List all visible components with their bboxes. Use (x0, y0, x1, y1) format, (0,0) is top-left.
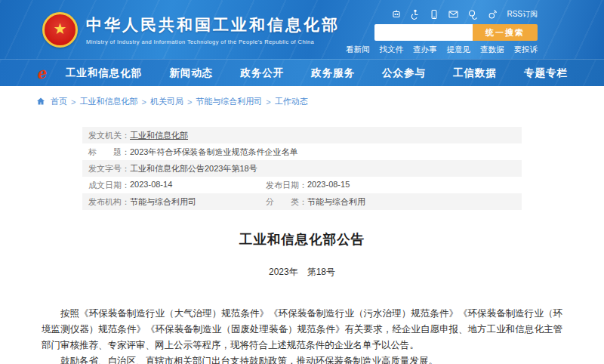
article-paragraph: 鼓励各省、自治区、直辖市相关部门出台支持鼓励政策，推动环保装备制造业高质量发展。 (42, 353, 562, 364)
breadcrumb-separator: > (141, 97, 146, 106)
mail-icon[interactable] (448, 9, 459, 20)
meta-value-category: 节能与综合利用 (307, 196, 365, 208)
breadcrumb-miit[interactable]: 工业和信息化部 (79, 96, 137, 107)
meta-value-issuing-authority[interactable]: 工业和信息化部 (130, 130, 188, 141)
quick-links: 看新闻 找文件 查办事 提意见 查数据 要投诉 (346, 45, 538, 55)
nav-item-special-topics[interactable]: 专题专栏 (524, 66, 568, 80)
article-paragraph: 按照《环保装备制造行业（大气治理）规范条件》《环保装备制造行业（污水治理）规范条… (42, 306, 562, 353)
meta-row-publisher: 发布机构： 节能与综合利用司 分 类： 节能与综合利用 (82, 193, 522, 210)
breadcrumb-work-updates[interactable]: 工作动态 (275, 96, 308, 107)
weibo-icon[interactable] (487, 9, 498, 20)
breadcrumb-separator: > (71, 97, 76, 106)
quick-link-data[interactable]: 查数据 (480, 45, 504, 55)
search-bar: 统一搜索 (374, 24, 538, 41)
rss-link[interactable]: RSS订阅 (507, 9, 538, 20)
breadcrumb-separator: > (187, 97, 192, 106)
meta-label: 发布机构： (88, 196, 130, 208)
search-button[interactable]: 统一搜索 (473, 24, 538, 41)
document-meta-table: 发文机关： 工业和信息化部 标 题： 2023年符合环保装备制造业规范条件企业名… (82, 127, 522, 210)
nav-item-participation[interactable]: 公众参与 (382, 66, 426, 80)
mobile-icon[interactable] (429, 9, 439, 20)
quick-link-suggest[interactable]: 提意见 (447, 45, 471, 55)
main-nav: e 工业和信息化部 新闻动态 政务公开 政务服务 公众参与 工信数据 专题专栏 (0, 59, 604, 86)
header-icon-row: RSS订阅 (391, 8, 538, 20)
article-doc-number: 2023年 第18号 (0, 266, 604, 279)
breadcrumb-energy-dept[interactable]: 节能与综合利用司 (196, 96, 262, 107)
page-content: 首页 > 工业和信息化部 > 机关司局 > 节能与综合利用司 > 工作动态 发文… (0, 86, 604, 364)
breadcrumb-separator: > (266, 97, 270, 106)
meta-value-publish-date: 2023-08-15 (307, 180, 350, 191)
site-title: 中华人民共和国工业和信息化部 (86, 14, 340, 35)
quick-link-news[interactable]: 看新闻 (346, 45, 370, 55)
site-brand: ★ 中华人民共和国工业和信息化部 Ministry of Industry an… (42, 12, 340, 48)
meta-label: 分 类： (266, 196, 307, 208)
breadcrumb-departments[interactable]: 机关司局 (150, 96, 183, 107)
robot-qa-icon[interactable] (391, 9, 402, 20)
meta-row-doc-number: 发文字号： 工业和信息化部公告2023年第18号 (82, 160, 522, 177)
emblem-star: ★ (54, 21, 67, 36)
meta-value-written-date: 2023-08-14 (130, 180, 172, 191)
wechat-icon[interactable] (467, 9, 479, 20)
accessibility-icon[interactable] (410, 9, 421, 20)
quick-link-docs[interactable]: 找文件 (380, 45, 404, 55)
meta-label: 发布日期： (266, 180, 307, 191)
nav-item-gov-services[interactable]: 政务服务 (311, 66, 355, 80)
nav-item-gov-disclosure[interactable]: 政务公开 (240, 66, 284, 80)
meta-label: 成文日期： (88, 180, 130, 191)
meta-value-title: 2023年符合环保装备制造业规范条件企业名单 (130, 147, 297, 158)
nav-item-news[interactable]: 新闻动态 (169, 66, 213, 80)
nav-item-miit[interactable]: 工业和信息化部 (66, 66, 143, 80)
article-body: 按照《环保装备制造行业（大气治理）规范条件》《环保装备制造行业（污水治理）规范条… (42, 306, 562, 364)
meta-row-title: 标 题： 2023年符合环保装备制造业规范条件企业名单 (82, 143, 522, 160)
meta-row-issuing-authority: 发文机关： 工业和信息化部 (82, 127, 522, 143)
meta-label: 发文字号： (88, 163, 130, 174)
quick-link-complaint[interactable]: 要投诉 (514, 45, 538, 55)
announcement-article: 工业和信息化部公告 2023年 第18号 按照《环保装备制造行业（大气治理）规范… (0, 230, 604, 364)
meta-label: 标 题： (88, 147, 130, 158)
site-header: ★ 中华人民共和国工业和信息化部 Ministry of Industry an… (0, 0, 604, 59)
meta-row-dates: 成文日期： 2023-08-14 发布日期： 2023-08-15 (82, 177, 522, 193)
article-title: 工业和信息化部公告 (0, 230, 604, 248)
home-icon[interactable] (36, 97, 47, 107)
breadcrumb: 首页 > 工业和信息化部 > 机关司局 > 节能与综合利用司 > 工作动态 (0, 96, 604, 107)
miit-logo-icon: e (35, 65, 47, 82)
nav-item-data[interactable]: 工信数据 (453, 66, 497, 80)
site-subtitle: Ministry of Industry and Information Tec… (86, 39, 340, 45)
national-emblem-icon: ★ (42, 12, 78, 48)
breadcrumb-home[interactable]: 首页 (51, 96, 67, 107)
meta-value-doc-number: 工业和信息化部公告2023年第18号 (130, 163, 257, 174)
search-input[interactable] (374, 24, 473, 41)
meta-label: 发文机关： (88, 130, 130, 141)
quick-link-services[interactable]: 查办事 (413, 45, 437, 55)
meta-value-publisher: 节能与综合利用司 (130, 196, 196, 208)
